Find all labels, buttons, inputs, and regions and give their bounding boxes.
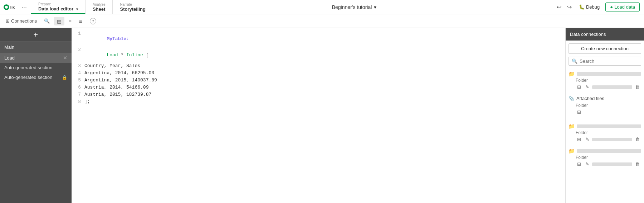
connection-1-folder-label: Folder bbox=[569, 78, 641, 83]
indent-increase-icon: ≣ bbox=[79, 18, 83, 24]
sidebar-item-load[interactable]: Load ✕ bbox=[0, 53, 72, 63]
lock-icon: 🔒 bbox=[62, 75, 67, 80]
nav-more-button[interactable]: ··· bbox=[21, 3, 27, 11]
undo-button[interactable]: ↩ bbox=[555, 2, 563, 12]
line-content-7: Austria, 2015, 182739.87 bbox=[84, 92, 565, 97]
paperclip-icon: 📎 bbox=[569, 96, 574, 101]
indent-increase-button[interactable]: ≣ bbox=[76, 17, 86, 25]
data-connections-panel: Data connections Create new connection 🔍… bbox=[565, 28, 644, 203]
sheet-label: Sheet bbox=[93, 6, 106, 12]
code-editor[interactable]: 1 MyTable: 2 Load * Inline [ 3 Country, … bbox=[72, 28, 565, 203]
help-button[interactable]: ? bbox=[87, 16, 99, 26]
attached-files-row: 📎 Attached files bbox=[569, 95, 641, 102]
nav-analyze-section[interactable]: Analyze Sheet bbox=[86, 0, 113, 14]
qlik-logo[interactable]: lik bbox=[3, 3, 20, 11]
code-line-3: 3 Country, Year, Sales bbox=[72, 63, 565, 70]
search-input[interactable] bbox=[580, 58, 640, 64]
sidebar-section-main: Main bbox=[0, 42, 72, 53]
nav-prepare-section[interactable]: Prepare Data load editor ▾ bbox=[31, 0, 86, 14]
add-section-button[interactable]: + bbox=[0, 28, 72, 42]
connection-2-delete-button[interactable]: 🗑 bbox=[634, 136, 641, 143]
divider-1 bbox=[569, 120, 641, 120]
search-toolbar-button[interactable]: 🔍 bbox=[41, 17, 53, 25]
connection-item-1: 📁 Folder ⊞ ✎ 🗑 bbox=[569, 70, 641, 91]
comment-button[interactable]: ▤ bbox=[54, 17, 64, 25]
line-content-5: Argentina, 2015, 140037.89 bbox=[84, 77, 565, 83]
line-number-8: 8 bbox=[72, 99, 84, 104]
create-new-connection-button[interactable]: Create new connection bbox=[569, 43, 641, 54]
attached-table-button[interactable]: ⊞ bbox=[576, 109, 582, 115]
add-icon: + bbox=[34, 31, 38, 39]
line-content-2: Load * Inline [ bbox=[84, 47, 565, 63]
connection-3-table-button[interactable]: ⊞ bbox=[576, 161, 582, 167]
line-content-8: ]; bbox=[84, 99, 565, 104]
svg-point-1 bbox=[5, 6, 8, 9]
debug-icon: 🐛 bbox=[579, 4, 585, 10]
folder-icon-2: 📁 bbox=[569, 123, 575, 129]
data-connections-header: Data connections bbox=[566, 28, 644, 41]
connection-3-header: 📁 bbox=[569, 147, 641, 155]
connection-2-folder-label: Folder bbox=[569, 130, 641, 135]
sidebar-item-load-left: Load bbox=[4, 55, 15, 61]
nav-right-actions: ↩ ↪ 🐛 Debug ● Load data bbox=[555, 2, 640, 12]
search-box[interactable]: 🔍 bbox=[569, 57, 641, 66]
connection-2-edit-button[interactable]: ✎ bbox=[584, 136, 591, 143]
data-connections-body: Create new connection 🔍 📁 Folder ⊞ ✎ 🗑 bbox=[566, 41, 644, 203]
svg-text:lik: lik bbox=[10, 5, 15, 9]
sidebar: + Main Load ✕ Auto-generated section Aut… bbox=[0, 28, 72, 203]
connection-3-delete-button[interactable]: 🗑 bbox=[634, 161, 641, 167]
connection-3-folder-label: Folder bbox=[569, 155, 641, 160]
prepare-label: Prepare bbox=[38, 2, 78, 6]
line-number-2: 2 bbox=[72, 47, 84, 52]
connection-1-name-bar bbox=[577, 72, 641, 76]
search-icon: 🔍 bbox=[572, 58, 577, 64]
line-number-5: 5 bbox=[72, 77, 84, 83]
nav-narrate-section[interactable]: Narrate Storytelling bbox=[113, 0, 153, 14]
indent-decrease-button[interactable]: ≡ bbox=[66, 17, 74, 25]
toolbar: ⊞ Connections 🔍 ▤ ≡ ≣ ? bbox=[0, 14, 644, 28]
connection-2-header: 📁 bbox=[569, 122, 641, 130]
narrate-label: Narrate bbox=[120, 3, 146, 6]
line-content-3: Country, Year, Sales bbox=[84, 63, 565, 69]
app-title[interactable]: Beginner's tutorial ▾ bbox=[332, 4, 377, 10]
line-content-4: Argentina, 2014, 66295.03 bbox=[84, 70, 565, 76]
connection-2-name-bar bbox=[577, 124, 641, 128]
code-line-7: 7 Austria, 2015, 182739.87 bbox=[72, 92, 565, 99]
code-line-4: 4 Argentina, 2014, 66295.03 bbox=[72, 70, 565, 77]
debug-button[interactable]: 🐛 Debug bbox=[576, 3, 602, 11]
line-number-4: 4 bbox=[72, 70, 84, 76]
code-line-8: 8 ]; bbox=[72, 99, 565, 106]
analyze-label: Analyze bbox=[93, 3, 106, 6]
indent-decrease-icon: ≡ bbox=[69, 18, 72, 24]
sidebar-item-load-label: Load bbox=[4, 55, 15, 61]
sidebar-item-auto2-label: Auto-generated section bbox=[4, 75, 52, 80]
code-line-5: 5 Argentina, 2015, 140037.89 bbox=[72, 77, 565, 85]
connection-3-edit-button[interactable]: ✎ bbox=[584, 161, 591, 167]
attached-files-group: 📎 Attached files Folder ⊞ bbox=[569, 95, 641, 116]
line-number-3: 3 bbox=[72, 63, 84, 69]
sidebar-item-auto1[interactable]: Auto-generated section bbox=[0, 63, 72, 72]
connections-button[interactable]: ⊞ Connections bbox=[3, 17, 40, 25]
sidebar-item-auto1-label: Auto-generated section bbox=[4, 65, 52, 70]
redo-button[interactable]: ↪ bbox=[566, 2, 573, 12]
connection-2-table-button[interactable]: ⊞ bbox=[576, 136, 582, 143]
connection-3-actions: ⊞ ✎ 🗑 bbox=[569, 161, 641, 168]
close-icon[interactable]: ✕ bbox=[63, 55, 67, 61]
sidebar-item-auto2[interactable]: Auto-generated section 🔒 bbox=[0, 72, 72, 82]
connection-1-table-button[interactable]: ⊞ bbox=[576, 84, 582, 90]
app-title-area: Beginner's tutorial ▾ bbox=[153, 4, 555, 10]
connection-2-actions: ⊞ ✎ 🗑 bbox=[569, 136, 641, 143]
connections-grid-icon: ⊞ bbox=[6, 18, 10, 24]
folder-icon-1: 📁 bbox=[569, 71, 575, 77]
connection-1-name-bar-2 bbox=[592, 85, 632, 89]
comment-icon: ▤ bbox=[57, 18, 62, 24]
attached-files-label: Attached files bbox=[576, 96, 604, 101]
load-data-button[interactable]: ● Load data bbox=[605, 3, 640, 11]
connection-1-edit-button[interactable]: ✎ bbox=[584, 84, 591, 90]
load-data-icon: ● bbox=[610, 4, 613, 10]
connection-1-header: 📁 bbox=[569, 70, 641, 78]
connection-1-delete-button[interactable]: 🗑 bbox=[634, 84, 641, 90]
connection-item-3: 📁 Folder ⊞ ✎ 🗑 bbox=[569, 147, 641, 168]
top-nav: lik ··· Prepare Data load editor ▾ Analy… bbox=[0, 0, 644, 14]
folder-icon-3: 📁 bbox=[569, 148, 575, 154]
